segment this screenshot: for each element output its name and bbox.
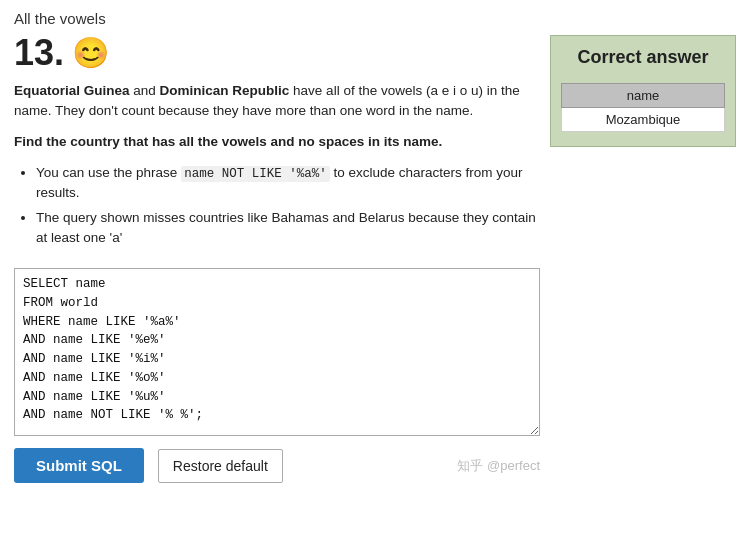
- left-panel: 13. 😊 Equatorial Guinea and Dominican Re…: [14, 35, 540, 483]
- bullet-list: You can use the phrase name NOT LIKE '%a…: [14, 163, 540, 253]
- question-number: 13.: [14, 35, 64, 71]
- restore-default-button[interactable]: Restore default: [158, 449, 283, 483]
- correct-answer-title: Correct answer: [577, 46, 708, 69]
- page-wrapper: All the vowels 13. 😊 Equatorial Guinea a…: [0, 0, 750, 491]
- correct-answer-box: Correct answer name Mozambique: [550, 35, 736, 147]
- answer-column-header: name: [562, 84, 725, 108]
- inline-code-1: name NOT LIKE '%a%': [181, 166, 330, 182]
- page-title: All the vowels: [14, 10, 736, 27]
- country1: Equatorial Guinea: [14, 83, 130, 98]
- list-item: The query shown misses countries like Ba…: [36, 208, 540, 249]
- emoji-icon: 😊: [72, 38, 109, 68]
- table-row: Mozambique: [562, 108, 725, 132]
- connector1: and: [130, 83, 160, 98]
- list-item: You can use the phrase name NOT LIKE '%a…: [36, 163, 540, 204]
- answer-table: name Mozambique: [561, 83, 725, 132]
- description: Equatorial Guinea and Dominican Republic…: [14, 81, 540, 122]
- question-number-row: 13. 😊: [14, 35, 540, 71]
- sql-editor[interactable]: SELECT name FROM world WHERE name LIKE '…: [14, 268, 540, 436]
- country2: Dominican Republic: [160, 83, 290, 98]
- bullet2-text: The query shown misses countries like Ba…: [36, 210, 536, 245]
- button-row: Submit SQL Restore default 知乎 @perfect: [14, 448, 540, 483]
- watermark: 知乎 @perfect: [457, 457, 540, 475]
- submit-sql-button[interactable]: Submit SQL: [14, 448, 144, 483]
- main-row: 13. 😊 Equatorial Guinea and Dominican Re…: [14, 35, 736, 483]
- find-instruction: Find the country that has all the vowels…: [14, 134, 540, 149]
- bullet1-before: You can use the phrase: [36, 165, 181, 180]
- right-panel: Correct answer name Mozambique: [550, 35, 736, 483]
- answer-value: Mozambique: [562, 108, 725, 132]
